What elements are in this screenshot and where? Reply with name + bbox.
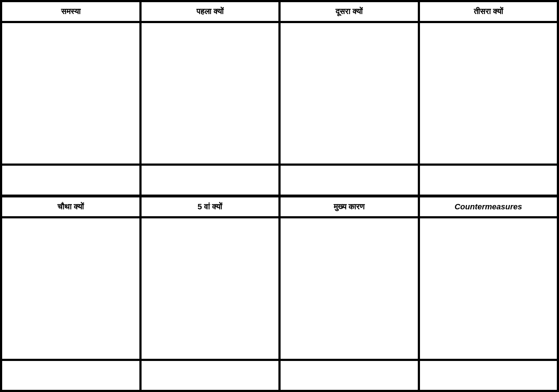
top-small-row — [2, 166, 557, 195]
bottom-cell-2-2[interactable] — [142, 361, 281, 390]
top-large-row — [2, 23, 557, 166]
bottom-cell-2-3[interactable] — [281, 361, 420, 390]
header-doosra-kyon: दूसरा क्यों — [281, 2, 420, 21]
top-cell-2-3[interactable] — [281, 166, 420, 195]
header-countermeasures: Countermeasures — [420, 197, 557, 216]
top-cell-2-4[interactable] — [420, 166, 557, 195]
top-cell-1-3[interactable] — [281, 23, 420, 164]
top-section: समस्या पहला क्यों दूसरा क्यों तीसरा क्यो… — [2, 2, 557, 197]
main-grid: समस्या पहला क्यों दूसरा क्यों तीसरा क्यो… — [0, 0, 559, 392]
top-cell-1-2[interactable] — [142, 23, 281, 164]
bottom-cell-1-3[interactable] — [281, 218, 420, 359]
bottom-large-row — [2, 218, 557, 361]
top-data-rows — [2, 23, 557, 195]
header-pahla-kyon: पहला क्यों — [142, 2, 281, 21]
header-panchwaan-kyon: 5 वां क्यों — [142, 197, 281, 216]
bottom-cell-1-2[interactable] — [142, 218, 281, 359]
bottom-cell-1-4[interactable] — [420, 218, 557, 359]
bottom-data-rows — [2, 218, 557, 390]
top-cell-2-1[interactable] — [2, 166, 142, 195]
header-mukhya-karan: मुख्य कारण — [281, 197, 420, 216]
bottom-cell-2-4[interactable] — [420, 361, 557, 390]
top-header-row: समस्या पहला क्यों दूसरा क्यों तीसरा क्यो… — [2, 2, 557, 23]
bottom-section: चौथा क्यों 5 वां क्यों मुख्य कारण Counte… — [2, 197, 557, 390]
header-samasya: समस्या — [2, 2, 142, 21]
header-chautha-kyon: चौथा क्यों — [2, 197, 142, 216]
top-cell-1-4[interactable] — [420, 23, 557, 164]
header-teesra-kyon: तीसरा क्यों — [420, 2, 557, 21]
bottom-header-row: चौथा क्यों 5 वां क्यों मुख्य कारण Counte… — [2, 197, 557, 218]
bottom-cell-2-1[interactable] — [2, 361, 142, 390]
top-cell-1-1[interactable] — [2, 23, 142, 164]
bottom-cell-1-1[interactable] — [2, 218, 142, 359]
bottom-small-row — [2, 361, 557, 390]
top-cell-2-2[interactable] — [142, 166, 281, 195]
